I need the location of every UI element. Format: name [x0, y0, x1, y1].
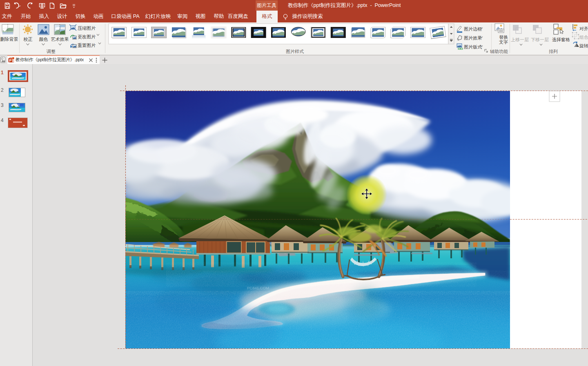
svg-text:P: P	[9, 58, 11, 62]
svg-text:PC841.COM: PC841.COM	[247, 286, 269, 290]
